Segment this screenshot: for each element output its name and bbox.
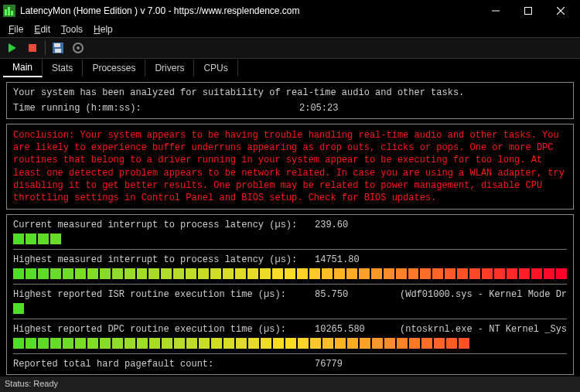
tab-processes[interactable]: Processes [83,60,145,77]
toolbar [0,37,580,59]
current-label: Current measured interrupt to process la… [13,220,315,230]
maximize-button[interactable] [512,0,544,22]
minimize-icon [492,7,500,15]
svg-rect-5 [525,8,532,15]
menu-edit[interactable]: Edit [30,22,54,36]
dpc-bar [13,338,567,349]
divider [13,353,567,354]
highest_latency-value: 14751.80 [315,254,400,265]
minimize-button[interactable] [479,0,512,22]
svg-rect-11 [54,43,60,47]
svg-rect-2 [8,7,10,15]
svg-point-14 [77,46,80,49]
pagefault-label: Reported total hard pagefault count: [13,359,315,370]
conclusion-text: Conclusion: Your system appears to be ha… [13,129,567,204]
menu-tools[interactable]: Tools [57,22,87,36]
isr-detail: (Wdf01000.sys - Kernel Mode Driver Frame… [400,289,567,300]
conclusion-panel: Conclusion: Your system appears to be ha… [6,124,574,210]
close-button[interactable] [544,0,577,22]
dpc-value: 10265.580 [315,324,400,335]
divider [13,284,567,285]
dpc-detail: (ntoskrnl.exe - NT Kernel _System, Micro… [400,324,567,335]
summary-panel: Your system has been analyzed for suitab… [6,82,574,119]
current-value: 239.60 [315,220,400,230]
current-bar [13,233,567,244]
svg-marker-8 [9,43,16,53]
menubar: File Edit Tools Help [0,22,580,37]
settings-button[interactable] [70,40,86,56]
tab-drivers[interactable]: Drivers [145,60,194,77]
stop-button[interactable] [25,40,40,56]
runtime-label: Time running (h:mm:ss): [13,103,299,114]
svg-rect-3 [11,11,13,15]
menu-file[interactable]: File [5,22,27,36]
highest_latency-label: Highest measured interrupt to process la… [13,254,315,265]
highest_latency-bar [13,268,567,279]
window-title: LatencyMon (Home Edition ) v 7.00 - http… [20,5,479,16]
save-button[interactable] [50,40,66,56]
menu-help[interactable]: Help [90,22,117,36]
save-icon [52,42,64,54]
svg-rect-12 [55,49,61,53]
toolbar-separator [45,41,46,55]
pagefault-value: 76779 [315,359,400,370]
divider [13,249,567,250]
isr-bar [13,303,567,314]
tab-stats[interactable]: Stats [43,60,83,77]
status-bar: Status: Ready [0,377,580,392]
titlebar: LatencyMon (Home Edition ) v 7.00 - http… [0,0,580,22]
gear-icon [72,42,84,54]
metrics-panel: Current measured interrupt to process la… [6,214,574,375]
svg-rect-9 [29,44,36,52]
tabs: Main Stats Processes Drivers CPUs [0,59,580,77]
runtime-value: 2:05:23 [299,103,338,114]
main-content: Your system has been analyzed for suitab… [0,77,580,384]
svg-rect-1 [5,9,7,15]
close-icon [557,7,565,15]
tab-main[interactable]: Main [3,59,43,77]
maximize-icon [524,7,532,15]
app-icon [3,5,15,17]
play-icon [7,43,18,53]
divider [13,319,567,319]
play-button[interactable] [5,40,20,56]
analysis-text: Your system has been analyzed for suitab… [13,87,567,98]
isr-value: 85.750 [315,289,400,300]
isr-label: Highest reported ISR routine execution t… [13,289,315,300]
tab-cpus[interactable]: CPUs [194,60,237,77]
dpc-label: Highest reported DPC routine execution t… [13,324,315,335]
stop-icon [27,43,38,53]
